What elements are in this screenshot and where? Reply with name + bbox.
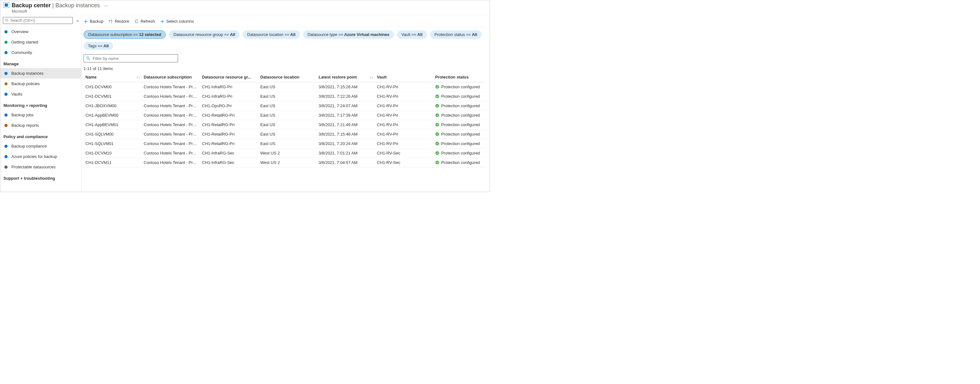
cell-subscription: Contoso Hotels Tenant - Pro... [142, 129, 200, 139]
sort-icon[interactable]: ↑↓ [370, 75, 373, 79]
refresh-label: Refresh [140, 19, 155, 24]
nav-icon [3, 82, 8, 86]
collapse-sidebar-icon[interactable]: « [76, 18, 79, 23]
column-label: Latest restore point [318, 75, 357, 80]
cell-subscription: Contoso Hotels Tenant - Pro... [142, 139, 200, 148]
cell-location: East US [258, 92, 317, 101]
sidebar-item-overview[interactable]: Overview [0, 27, 81, 37]
column-header[interactable]: Latest restore point↑↓ [317, 72, 375, 82]
sidebar-item-label: Azure policies for backup [11, 154, 57, 159]
cell-name: CH1-DCVM11 [83, 158, 142, 167]
sidebar-item-backup-jobs[interactable]: Backup jobs [0, 110, 81, 120]
svg-point-26 [436, 132, 439, 136]
command-bar: Backup Restore Refresh [83, 17, 486, 27]
success-icon [435, 104, 439, 108]
cell-resource-group: CH1-InfraRG-Pri [200, 92, 258, 101]
nav-icon [3, 123, 8, 128]
column-header[interactable]: Vault [375, 72, 433, 82]
table-row[interactable]: CH1-AppBEVM00Contoso Hotels Tenant - Pro… [83, 111, 486, 120]
nav-icon [3, 71, 8, 76]
chip-value: All [230, 32, 235, 37]
chip-label: Protection status == [434, 32, 471, 37]
cell-restore-point: 3/8/2021, 7:15:48 AM [317, 129, 375, 139]
table-row[interactable]: CH1-JBOXVM00Contoso Hotels Tenant - Pro.… [83, 101, 486, 111]
sidebar-item-backup-reports[interactable]: Backup reports [0, 120, 81, 131]
cell-restore-point: 3/8/2021, 7:17:39 AM [317, 111, 375, 120]
sidebar-section-heading: Manage [0, 58, 81, 68]
column-header[interactable]: Datasource resource gr... [200, 72, 258, 82]
sidebar-item-label: Backup instances [11, 71, 43, 76]
sidebar-item-backup-instances[interactable]: Backup instances [0, 68, 81, 78]
nav-icon [3, 165, 8, 169]
cell-status: Protection configured [433, 139, 486, 148]
success-icon [435, 85, 439, 89]
svg-point-22 [436, 95, 439, 98]
sidebar-item-azure-policies-for-backup[interactable]: Azure policies for backup [0, 151, 81, 162]
sidebar-item-label: Overview [11, 29, 29, 34]
filter-by-name-field[interactable] [93, 56, 175, 61]
table-row[interactable]: CH1-DCVM01Contoso Hotels Tenant - Pro...… [83, 92, 486, 101]
filter-chip[interactable]: Datasource subscription == 12 selected [83, 30, 166, 39]
table-row[interactable]: CH1-DCVM11Contoso Hotels Tenant - Pro...… [83, 158, 486, 167]
sidebar-search-field[interactable] [10, 18, 71, 23]
svg-point-1 [5, 19, 8, 21]
cell-location: West US 2 [258, 148, 317, 158]
refresh-button[interactable]: Refresh [134, 19, 155, 24]
service-icon [3, 2, 9, 8]
cell-vault: CH1-RV-Pri [375, 92, 433, 101]
cell-restore-point: 3/8/2021, 7:24:07 AM [317, 101, 375, 111]
cell-restore-point: 3/8/2021, 7:15:26 AM [317, 82, 375, 92]
cell-vault: CH1-RV-Pri [375, 129, 433, 139]
sidebar-item-backup-policies[interactable]: Backup policies [0, 78, 81, 89]
svg-point-24 [436, 113, 439, 117]
filter-chip[interactable]: Datasource type == Azure Virtual machine… [303, 30, 394, 39]
cell-restore-point: 3/8/2021, 7:21:49 AM [317, 120, 375, 129]
header-title-block: Backup center | Backup instances Microso… [12, 2, 100, 14]
filter-chip[interactable]: Datasource resource group == All [169, 30, 240, 39]
column-header[interactable]: Protection status [433, 72, 486, 82]
table-row[interactable]: CH1-AppBEVM01Contoso Hotels Tenant - Pro… [83, 120, 486, 129]
filter-chip[interactable]: Protection status == All [430, 30, 482, 39]
column-header[interactable]: Datasource subscription [142, 72, 200, 82]
table-row[interactable]: CH1-SQLVM00Contoso Hotels Tenant - Pro..… [83, 129, 486, 139]
cell-vault: CH1-RV-Pri [375, 111, 433, 120]
table-row[interactable]: CH1-DCVM10Contoso Hotels Tenant - Pro...… [83, 148, 486, 158]
sidebar-item-label: Backup policies [11, 81, 40, 86]
select-columns-button[interactable]: Select columns [160, 19, 194, 24]
column-header[interactable]: Name↑↓ [83, 72, 142, 82]
success-icon [435, 94, 439, 98]
filter-by-name-input[interactable] [83, 54, 178, 62]
cell-vault: CH1-RV-Pri [375, 139, 433, 148]
sort-icon[interactable]: ↑↓ [137, 75, 140, 79]
more-actions-icon[interactable]: ⋯ [104, 3, 108, 8]
cell-restore-point: 3/8/2021, 7:01:21 AM [317, 148, 375, 158]
sidebar-item-community[interactable]: Community [0, 47, 81, 58]
svg-point-12 [5, 155, 8, 158]
cell-status: Protection configured [433, 92, 486, 101]
backup-button[interactable]: Backup [83, 19, 103, 24]
sidebar-search-input[interactable] [3, 17, 73, 24]
backup-label: Backup [90, 19, 103, 24]
sidebar-item-backup-compliance[interactable]: Backup compliance [0, 141, 81, 151]
table-row[interactable]: CH1-DCVM00Contoso Hotels Tenant - Pro...… [83, 82, 486, 92]
chip-value: Azure Virtual machines [344, 32, 390, 37]
sidebar-item-getting-started[interactable]: Getting started [0, 37, 81, 47]
title-suffix: Backup instances [56, 2, 100, 8]
success-icon [435, 151, 439, 155]
restore-button[interactable]: Restore [108, 19, 129, 24]
sidebar-item-label: Protectable datasources [11, 164, 56, 169]
table-row[interactable]: CH1-SQLVM01Contoso Hotels Tenant - Pro..… [83, 139, 486, 148]
filter-chip[interactable]: Tags == All [83, 42, 113, 50]
sidebar: « OverviewGetting startedCommunity Manag… [0, 15, 82, 192]
column-header[interactable]: Datasource location [258, 72, 317, 82]
sidebar-item-protectable-datasources[interactable]: Protectable datasources [0, 162, 81, 172]
sidebar-item-vaults[interactable]: Vaults [0, 89, 81, 99]
svg-point-25 [436, 123, 439, 126]
svg-point-11 [5, 145, 8, 148]
svg-point-29 [436, 161, 439, 164]
filter-chip[interactable]: Datasource location == All [243, 30, 300, 39]
cell-location: West US 2 [258, 158, 317, 167]
filter-chip[interactable]: Vault == All [397, 30, 427, 39]
column-label: Datasource location [260, 75, 299, 80]
sidebar-section-heading: Policy and compliance [0, 131, 81, 141]
